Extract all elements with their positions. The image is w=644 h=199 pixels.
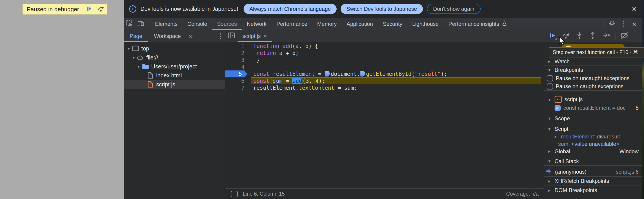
callstack-section-header[interactable]: ▾ Call Stack	[544, 157, 642, 165]
step-button[interactable]	[600, 31, 612, 41]
inline-breakpoint-marker[interactable]	[325, 71, 330, 76]
match-chrome-language-button[interactable]: Always match Chrome's language	[244, 4, 336, 14]
active-frame-arrow-icon	[546, 168, 552, 176]
step-into-button[interactable]	[573, 31, 586, 41]
code-line: 4	[225, 63, 544, 70]
expand-down-icon[interactable]: ▾	[547, 159, 552, 164]
close-tab-icon[interactable]: ×	[263, 33, 267, 39]
tab-console[interactable]: Console	[182, 18, 212, 30]
expand-right-icon[interactable]: ▸	[547, 59, 552, 64]
code-area[interactable]: 1function add(a, b) {2 return a + b;3 }4…	[225, 42, 544, 189]
info-icon: i	[129, 5, 136, 12]
scope-var-sum[interactable]: sum: <value unavailable>	[544, 140, 642, 148]
tab-performance[interactable]: Performance	[272, 18, 312, 30]
code-line: 6const sum = add(3, 4);	[225, 77, 544, 84]
switch-devtools-japanese-button[interactable]: Switch DevTools to Japanese	[341, 4, 423, 14]
breakpoint-checkbox[interactable]: ✓	[554, 105, 561, 111]
tab-elements[interactable]: Elements	[150, 18, 182, 30]
expand-right-icon[interactable]: ▸	[547, 149, 552, 154]
more-options-button[interactable]	[618, 18, 629, 30]
scope-section-header[interactable]: ▾ Scope	[544, 114, 642, 123]
scope-label: Scope	[554, 115, 570, 122]
tree-item-label: script.js	[156, 81, 175, 88]
tab-sources[interactable]: Sources	[212, 18, 242, 30]
tab-page[interactable]: Page	[124, 30, 148, 42]
resume-script-button[interactable]	[546, 31, 558, 41]
callstack-frame-row[interactable]: (anonymous) script.js:6	[544, 167, 642, 176]
tab-lighthouse[interactable]: Lighthouse	[407, 18, 443, 30]
editor-tab-script-js[interactable]: script.js ×	[238, 30, 272, 42]
line-number[interactable]: 7	[225, 84, 248, 91]
breakpoint-entry[interactable]: ✓ const resultElement = doc⋯ 5	[544, 104, 642, 112]
navigator-tabbar: Page Workspace »	[124, 30, 225, 42]
breakpoint-snippet: const resultElement = doc⋯	[563, 105, 631, 111]
mouse-cursor	[558, 36, 567, 47]
toggle-device-toolbar-button[interactable]	[135, 18, 146, 30]
infobar-close-icon[interactable]: ×	[630, 5, 638, 13]
tab-performance-insights[interactable]: Performance insights	[444, 18, 512, 30]
code-line: 2 return a + b;	[225, 50, 544, 56]
expander-icon[interactable]: ▾	[136, 64, 141, 69]
scope-script-group[interactable]: ▾ Script	[544, 125, 642, 133]
dont-show-again-button[interactable]: Don't show again	[427, 4, 481, 14]
pause-uncaught-label: Pause on uncaught exceptions	[556, 75, 630, 81]
pause-uncaught-row[interactable]: Pause on uncaught exceptions	[544, 74, 642, 82]
tab-security[interactable]: Security	[378, 18, 408, 30]
more-tabs-icon[interactable]: »	[187, 32, 195, 40]
page-background: Paused in debugger	[0, 0, 124, 199]
scope-var-resultelement[interactable]: ▸ resultElement: div#result	[544, 133, 642, 140]
expand-right-icon[interactable]: ▸	[547, 188, 552, 193]
breakpoint-line-number: 5	[636, 105, 638, 111]
pause-caught-checkbox[interactable]	[547, 83, 553, 90]
section-divider	[544, 165, 642, 166]
expand-right-icon[interactable]: ▸	[547, 179, 552, 184]
breakpoint-file-group[interactable]: ▾ ‹› script.js	[544, 95, 642, 104]
pause-caught-row[interactable]: Pause on caught exceptions	[544, 82, 642, 90]
flask-icon	[501, 20, 508, 28]
expand-down-icon[interactable]: ▾	[547, 116, 552, 121]
breakpoints-section-header[interactable]: ▾ Breakpoints	[544, 66, 642, 74]
line-number[interactable]: 6	[225, 77, 248, 84]
tab-memory[interactable]: Memory	[312, 18, 342, 30]
scope-script-label: Script	[554, 126, 568, 132]
editor-tab-label: script.js	[242, 33, 261, 39]
tree-item-index-html[interactable]: index.html	[124, 71, 225, 80]
expander-icon[interactable]: ▾	[131, 55, 136, 60]
tab-network[interactable]: Network	[242, 18, 272, 30]
expand-down-icon[interactable]: ▾	[547, 67, 552, 72]
toggle-navigator-button[interactable]	[225, 30, 238, 42]
settings-button[interactable]	[606, 18, 618, 30]
coverage-status: Coverage: n/a	[506, 191, 538, 197]
tab-application[interactable]: Application	[342, 18, 378, 30]
expand-down-icon[interactable]: ▾	[547, 97, 552, 102]
line-number[interactable]: 3	[225, 56, 248, 63]
screen: Paused in debugger i DevTools is now ava…	[0, 0, 644, 199]
tree-item-script-js[interactable]: script.js	[124, 80, 225, 89]
xhr-breakpoints-header[interactable]: ▸ XHR/fetch Breakpoints	[544, 177, 642, 186]
expander-icon[interactable]: ▾	[126, 46, 132, 51]
scope-global-group[interactable]: ▸ Global Window	[544, 148, 642, 155]
watch-section-header[interactable]: ▸ Watch	[544, 57, 642, 65]
pause-uncaught-checkbox[interactable]	[547, 75, 553, 81]
inspect-element-button[interactable]	[124, 18, 135, 30]
expand-down-icon[interactable]: ▾	[547, 127, 552, 132]
tree-item-top[interactable]: ▾ top	[124, 44, 225, 53]
var-value: <value unavailable>	[572, 141, 620, 147]
tree-item-folder[interactable]: ▾ Users/user/project	[124, 62, 225, 71]
dom-breakpoints-header[interactable]: ▸ DOM Breakpoints	[544, 186, 642, 195]
pretty-print-button[interactable]: { }	[230, 191, 239, 197]
tab-workspace[interactable]: Workspace	[148, 30, 187, 42]
line-number[interactable]: 2	[225, 50, 248, 56]
line-number[interactable]: 1	[225, 43, 248, 50]
line-number[interactable]: 5	[225, 70, 248, 77]
line-number[interactable]: 4	[225, 63, 248, 70]
tree-item-file-scheme[interactable]: ▾ file://	[124, 53, 225, 62]
navigator-menu-icon[interactable]	[220, 33, 221, 39]
step-out-button[interactable]	[586, 31, 599, 41]
close-devtools-button[interactable]: ×	[629, 18, 640, 30]
step-over-badge-button[interactable]	[95, 4, 107, 14]
deactivate-breakpoints-button[interactable]	[618, 31, 631, 41]
expand-right-icon[interactable]: ▸	[553, 134, 558, 139]
resume-script-badge-button[interactable]	[83, 4, 95, 14]
inline-breakpoint-marker[interactable]	[360, 71, 365, 76]
